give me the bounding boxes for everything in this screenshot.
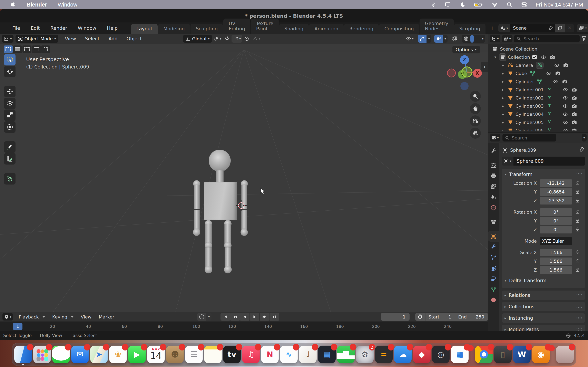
dock-icon-system-settings[interactable]: ⚙ 2 — [356, 346, 374, 363]
scene-name[interactable]: Scene — [510, 24, 546, 33]
dock-icon-weather[interactable]: ☁ — [394, 346, 412, 363]
timeline-menu[interactable]: View — [77, 314, 95, 319]
object-name[interactable]: Collection — [508, 55, 530, 60]
disable-in-renders-camera-icon[interactable] — [570, 95, 579, 100]
properties-tab-modifiers[interactable] — [488, 242, 499, 252]
properties-tab-output[interactable] — [488, 171, 499, 181]
properties-tab-material[interactable] — [488, 295, 499, 305]
topbar-menu[interactable]: Help — [102, 25, 123, 31]
object-visibility-dropdown[interactable]: ▾ — [404, 35, 415, 43]
object-browse-button[interactable]: ▾ — [502, 157, 513, 166]
dock-icon-reminders[interactable]: ☰ — [185, 346, 203, 363]
properties-tab-particles[interactable] — [488, 252, 499, 263]
shading-wireframe-button[interactable] — [462, 35, 470, 43]
object-name[interactable]: Scene Collection — [500, 47, 537, 52]
pin-id-icon[interactable] — [579, 147, 585, 153]
rotation-mode-dropdown[interactable]: XYZ Euler — [540, 237, 572, 245]
3d-viewport[interactable]: User Perspective (1) Collection | Sphere… — [0, 44, 488, 312]
current-frame-badge[interactable]: 1 — [13, 323, 22, 330]
lock-icon[interactable] — [572, 227, 583, 232]
rotation-x-field[interactable]: 0° — [540, 208, 572, 216]
use-preview-range-stopwatch-icon[interactable] — [415, 313, 425, 321]
expand-toggle[interactable]: ▸ — [499, 80, 507, 83]
current-frame-field[interactable]: 1 — [381, 313, 410, 321]
properties-search[interactable] — [502, 134, 556, 142]
location-x-field[interactable]: -12.142 — [540, 179, 572, 187]
camera-view-button[interactable] — [470, 115, 481, 126]
object-name[interactable]: Cylinder.003 — [516, 104, 544, 109]
expand-toggle[interactable]: ▸ — [499, 96, 507, 100]
dock-divider-2[interactable] — [553, 346, 553, 362]
add-workspace-button[interactable]: + — [486, 23, 498, 33]
outliner-row-cylinder-003[interactable]: ▸ Cylinder.003 — [488, 102, 588, 110]
tool-measure[interactable] — [4, 153, 16, 165]
panel-grip-icon[interactable]: ∷∷ — [577, 293, 582, 298]
shading-solid-button[interactable] — [470, 35, 474, 43]
workspace-tab[interactable]: Texture Paint — [251, 18, 278, 34]
properties-options-dropdown[interactable]: ▾ — [582, 134, 587, 142]
object-name-field[interactable] — [513, 157, 585, 166]
show-overlays-toggle[interactable] — [434, 35, 443, 43]
transform-orientation-dropdown[interactable]: Global▾ — [183, 35, 212, 43]
focus-moon-icon[interactable] — [459, 1, 466, 8]
hide-in-viewport-eye-icon[interactable] — [561, 111, 570, 117]
dock-icon-keynote[interactable]: ▤ — [318, 346, 336, 363]
workspace-tab[interactable]: Modeling — [158, 24, 190, 34]
lock-icon[interactable] — [572, 250, 583, 255]
properties-tab-constraints[interactable] — [488, 273, 499, 284]
select-mode-subtract[interactable] — [22, 45, 31, 53]
dock-icon-news[interactable]: N — [261, 346, 279, 363]
disable-in-renders-camera-icon[interactable] — [548, 54, 557, 60]
screen-mirroring-icon[interactable] — [444, 1, 451, 8]
viewport-menu[interactable]: Select — [80, 36, 104, 42]
dock-icon-trash[interactable] — [556, 346, 574, 363]
expand-toggle[interactable]: ▸ — [499, 71, 507, 75]
expand-toggle[interactable]: ▸ — [499, 88, 507, 92]
dock-icon-music[interactable]: ♫ — [242, 346, 260, 363]
hide-in-viewport-eye-icon[interactable] — [561, 95, 570, 100]
outliner-display-mode-dropdown[interactable]: ▾ — [490, 35, 501, 42]
timeline-menu[interactable]: Playback — [15, 314, 49, 319]
disable-in-renders-camera-icon[interactable] — [570, 120, 579, 125]
scale-x-field[interactable]: 1.566 — [540, 249, 572, 256]
menubar-menu-window[interactable]: Window — [58, 2, 77, 8]
tool-move[interactable] — [4, 86, 16, 97]
properties-tab-object[interactable] — [488, 231, 499, 242]
dock-icon-calculator[interactable]: = — [375, 346, 393, 363]
wifi-icon[interactable] — [492, 1, 498, 8]
outliner-row-scene-collection[interactable]: Scene Collection — [488, 45, 588, 53]
toggle-xray-button[interactable] — [450, 35, 459, 43]
tool-select-box[interactable] — [4, 54, 16, 66]
select-mode-invert[interactable] — [32, 45, 41, 53]
disable-in-renders-camera-icon[interactable] — [570, 103, 579, 109]
show-gizmo-toggle[interactable] — [418, 35, 426, 43]
disable-in-renders-camera-icon[interactable] — [570, 128, 579, 131]
dock-icon-apple-tv[interactable]: tv — [223, 346, 241, 363]
dock-icon-red-media-app[interactable]: ◆ — [413, 346, 431, 363]
gizmo-settings-dropdown[interactable]: ▾ — [426, 35, 432, 43]
properties-search-input[interactable] — [511, 135, 554, 141]
rotation-y-field[interactable]: 0° — [540, 217, 572, 225]
view-navigation-gizmo[interactable]: Z X Y — [445, 55, 488, 100]
jump-to-end-button[interactable] — [269, 313, 279, 321]
overlays-settings-dropdown[interactable]: ▾ — [443, 35, 448, 43]
new-scene-button[interactable] — [555, 24, 565, 33]
disable-in-renders-camera-icon[interactable] — [570, 87, 579, 92]
dock-icon-facetime[interactable]: ▶ — [128, 346, 146, 363]
dock-icon-word[interactable]: W — [513, 346, 531, 363]
outliner-search-input[interactable] — [523, 36, 577, 42]
properties-editor-type-dropdown[interactable]: ▾ — [490, 134, 501, 142]
lock-icon[interactable] — [572, 259, 583, 264]
outliner-row-camera[interactable]: ▸ Camera — [488, 61, 588, 69]
disable-in-renders-camera-icon[interactable] — [561, 63, 570, 68]
panel-grip-icon[interactable]: ∷∷ — [577, 316, 582, 320]
hide-in-viewport-eye-icon[interactable] — [561, 120, 570, 125]
pan-view-hand-button[interactable] — [470, 103, 481, 114]
zoom-view-button[interactable] — [470, 91, 481, 102]
topbar-menu[interactable]: Render — [45, 25, 72, 31]
dock-icon-photos[interactable]: ❀ — [109, 346, 127, 363]
select-mode-new[interactable] — [4, 45, 13, 53]
shading-material-preview-button[interactable] — [474, 35, 477, 43]
outliner-row-cylinder-004[interactable]: ▸ Cylinder.004 — [488, 110, 588, 118]
properties-tab-collection[interactable] — [488, 217, 499, 227]
